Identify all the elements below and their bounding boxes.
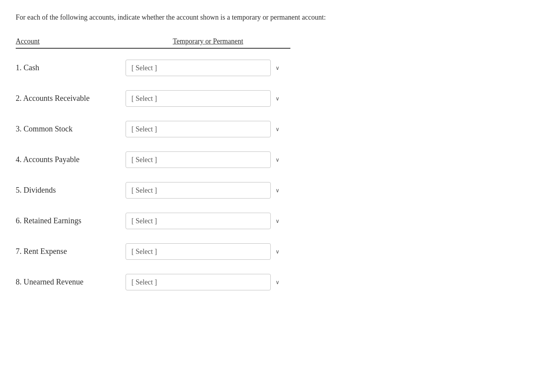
table-row: 5. Dividends[ Select ]TemporaryPermanent… [16, 175, 290, 206]
accounts-table: Account Temporary or Permanent 1. Cash[ … [16, 37, 290, 297]
chevron-down-icon: ∨ [275, 64, 279, 71]
table-row: 4. Accounts Payable[ Select ]TemporaryPe… [16, 144, 290, 175]
select-wrapper-7: [ Select ]TemporaryPermanent∨ [126, 243, 290, 260]
select-6[interactable]: [ Select ]TemporaryPermanent [126, 213, 271, 229]
select-1[interactable]: [ Select ]TemporaryPermanent [126, 60, 271, 76]
select-8[interactable]: [ Select ]TemporaryPermanent [126, 274, 271, 290]
select-2[interactable]: [ Select ]TemporaryPermanent [126, 90, 271, 107]
rows-container: 1. Cash[ Select ]TemporaryPermanent∨2. A… [16, 53, 290, 297]
account-label-5: 5. Dividends [16, 186, 126, 195]
account-label-1: 1. Cash [16, 63, 126, 72]
table-row: 7. Rent Expense[ Select ]TemporaryPerman… [16, 236, 290, 267]
account-label-8: 8. Unearned Revenue [16, 277, 126, 286]
select-5[interactable]: [ Select ]TemporaryPermanent [126, 182, 271, 199]
chevron-down-icon: ∨ [275, 279, 279, 285]
select-wrapper-2: [ Select ]TemporaryPermanent∨ [126, 90, 290, 107]
table-header: Account Temporary or Permanent [16, 37, 290, 49]
chevron-down-icon: ∨ [275, 126, 279, 132]
chevron-down-icon: ∨ [275, 248, 279, 255]
intro-text: For each of the following accounts, indi… [16, 12, 369, 23]
table-row: 8. Unearned Revenue[ Select ]TemporaryPe… [16, 267, 290, 297]
account-label-3: 3. Common Stock [16, 124, 126, 133]
select-3[interactable]: [ Select ]TemporaryPermanent [126, 121, 271, 137]
select-wrapper-8: [ Select ]TemporaryPermanent∨ [126, 274, 290, 290]
select-wrapper-1: [ Select ]TemporaryPermanent∨ [126, 60, 290, 76]
select-wrapper-3: [ Select ]TemporaryPermanent∨ [126, 121, 290, 137]
select-7[interactable]: [ Select ]TemporaryPermanent [126, 243, 271, 260]
select-wrapper-6: [ Select ]TemporaryPermanent∨ [126, 213, 290, 229]
account-label-2: 2. Accounts Receivable [16, 94, 126, 103]
chevron-down-icon: ∨ [275, 95, 279, 102]
chevron-down-icon: ∨ [275, 217, 279, 224]
header-account: Account [16, 37, 126, 46]
account-label-4: 4. Accounts Payable [16, 155, 126, 164]
table-row: 3. Common Stock[ Select ]TemporaryPerman… [16, 114, 290, 144]
chevron-down-icon: ∨ [275, 187, 279, 193]
chevron-down-icon: ∨ [275, 156, 279, 163]
account-label-6: 6. Retained Earnings [16, 216, 126, 225]
table-row: 1. Cash[ Select ]TemporaryPermanent∨ [16, 53, 290, 83]
table-row: 6. Retained Earnings[ Select ]TemporaryP… [16, 206, 290, 236]
select-wrapper-5: [ Select ]TemporaryPermanent∨ [126, 182, 290, 199]
table-row: 2. Accounts Receivable[ Select ]Temporar… [16, 83, 290, 114]
select-wrapper-4: [ Select ]TemporaryPermanent∨ [126, 151, 290, 168]
select-4[interactable]: [ Select ]TemporaryPermanent [126, 151, 271, 168]
account-label-7: 7. Rent Expense [16, 247, 126, 256]
header-selection: Temporary or Permanent [126, 37, 290, 46]
